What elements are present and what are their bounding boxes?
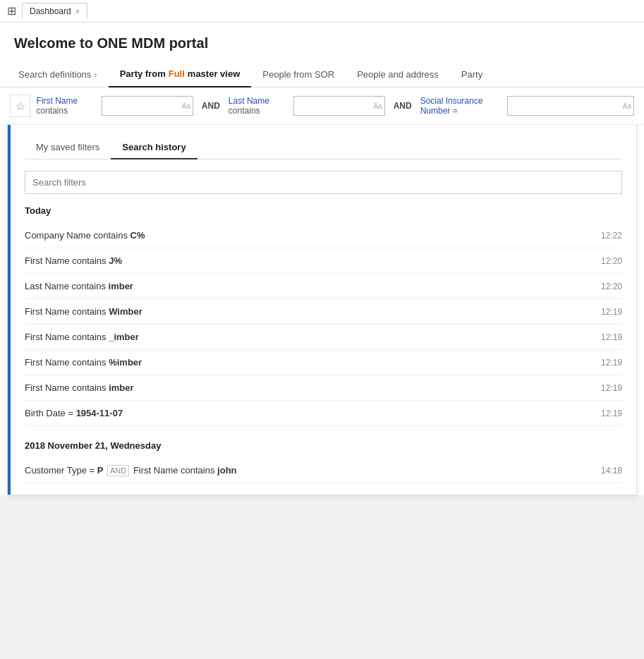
tab-close-icon[interactable]: × <box>75 7 80 16</box>
history-item-text-5: First Name contains %imber <box>25 357 142 368</box>
history-item[interactable]: Company Name contains C% 12:22 <box>25 223 622 248</box>
history-item-text-3: First Name contains Wimber <box>25 306 142 317</box>
sin-input-wrap: Aa <box>507 96 634 116</box>
history-item-text-1: First Name contains J% <box>25 255 122 266</box>
last-name-group: Last Name contains Aa <box>229 96 385 116</box>
panel-accent <box>8 125 11 495</box>
history-item-text-7: Birth Date = 1954-11-07 <box>25 408 123 418</box>
last-name-label: Last Name contains <box>229 96 289 116</box>
tab-part1: Party from <box>120 68 166 79</box>
history-item[interactable]: First Name contains %imber 12:19 <box>25 350 622 375</box>
history-item-time-6: 12:19 <box>601 383 622 393</box>
history-item-text-0: Company Name contains C% <box>25 230 145 241</box>
history-item-bold-3: Wimber <box>109 306 142 317</box>
history-item[interactable]: First Name contains _imber 12:19 <box>25 325 622 350</box>
history-item-2-time: 14:18 <box>601 466 622 476</box>
history-item-text-6: First Name contains imber <box>25 382 134 393</box>
history-item-time-3: 12:19 <box>601 307 622 317</box>
first-name-op: contains <box>36 106 68 116</box>
my-saved-filters-tab[interactable]: My saved filters <box>25 136 111 159</box>
tab-highlight: Full <box>169 68 185 79</box>
party-tab[interactable]: Party <box>450 62 494 87</box>
star-button[interactable]: ☆ <box>10 95 30 117</box>
history-item-text-4: First Name contains _imber <box>25 332 139 342</box>
today-section-label: Today <box>25 205 622 216</box>
history-item-bold-4: _imber <box>109 332 139 342</box>
first-name-field-name: First Name <box>36 96 78 106</box>
grid-icon: ⊞ <box>7 4 16 18</box>
search-definitions-tab[interactable]: Search definitions › <box>7 62 109 87</box>
first-name-input-wrap: Aa <box>102 96 193 116</box>
search-history-label: Search history <box>122 142 186 152</box>
party-label: Party <box>461 69 482 80</box>
sin-field-name: Social Insurance Number <box>420 96 483 116</box>
nav-arrow-icon: › <box>94 69 97 80</box>
dropdown-panel: My saved filters Search history Today Co… <box>7 125 637 495</box>
panel-inner: My saved filters Search history Today Co… <box>8 125 636 495</box>
history-item[interactable]: First Name contains J% 12:20 <box>25 248 622 274</box>
history-item-bold-6: imber <box>109 382 133 393</box>
star-icon: ☆ <box>16 99 25 113</box>
history-item-time-5: 12:19 <box>601 358 622 368</box>
nav-tabs: Search definitions › Party from Full mas… <box>0 61 644 87</box>
history-item-bold-7: 1954-11-07 <box>76 408 123 418</box>
last-name-input[interactable] <box>293 96 385 116</box>
sin-group: Social Insurance Number = Aa <box>420 96 634 116</box>
sin-op: = <box>453 106 458 116</box>
history-item-time-2: 12:20 <box>601 282 622 291</box>
filter-search-input[interactable] <box>25 171 622 194</box>
first-name-label: First Name contains <box>36 96 97 116</box>
last-name-op: contains <box>229 106 260 116</box>
welcome-title: Welcome to ONE MDM portal <box>14 35 208 51</box>
main-content: Welcome to ONE MDM portal Search definit… <box>0 23 644 495</box>
people-address-label: People and address <box>357 69 439 80</box>
welcome-header: Welcome to ONE MDM portal <box>0 23 644 61</box>
first-name-group: First Name contains Aa <box>36 96 193 116</box>
last-name-input-wrap: Aa <box>293 96 385 116</box>
search-bar: ☆ First Name contains Aa AND Last Name c… <box>0 87 644 125</box>
search-definitions-label: Search definitions <box>18 69 91 80</box>
history-item-time-7: 12:19 <box>601 409 622 418</box>
title-bar: ⊞ Dashboard × <box>0 0 644 23</box>
and-label-2: AND <box>391 101 415 111</box>
history-item-bold-0: C% <box>130 230 145 241</box>
history-item[interactable]: Birth Date = 1954-11-07 12:19 <box>25 401 622 426</box>
people-from-sor-tab[interactable]: People from SOR <box>251 62 346 87</box>
history-item-2-val1: P <box>97 465 104 476</box>
history-item-bold-5: %imber <box>109 357 142 368</box>
history-item-2-text: Customer Type = P AND First Name contain… <box>25 465 237 476</box>
history-item-2-val2: john <box>217 465 236 476</box>
history-item-text-2: Last Name contains imber <box>25 281 133 291</box>
history-item[interactable]: Last Name contains imber 12:20 <box>25 274 622 299</box>
dashboard-tab[interactable]: Dashboard × <box>22 3 87 19</box>
tab-part2: master view <box>188 68 240 79</box>
search-history-tab[interactable]: Search history <box>111 136 197 159</box>
party-full-master-tab[interactable]: Party from Full master view <box>109 61 252 87</box>
history-item-time-0: 12:22 <box>601 231 622 241</box>
history-item[interactable]: First Name contains imber 12:19 <box>25 375 622 401</box>
people-and-address-tab[interactable]: People and address <box>346 62 450 87</box>
first-name-input[interactable] <box>102 96 193 116</box>
history-list-today: Company Name contains C% 12:22 First Nam… <box>25 223 622 426</box>
and-inline-icon: AND <box>107 465 129 476</box>
and-label-1: AND <box>199 101 223 111</box>
history-item[interactable]: Customer Type = P AND First Name contain… <box>25 458 622 483</box>
saved-filters-label: My saved filters <box>36 142 99 152</box>
section2-label: 2018 November 21, Wednesday <box>25 440 622 451</box>
sin-label: Social Insurance Number = <box>420 96 503 116</box>
tab-label: Dashboard <box>30 6 71 16</box>
history-item-bold-2: imber <box>109 281 133 291</box>
history-item-time-4: 12:19 <box>601 332 622 342</box>
history-item-time-1: 12:20 <box>601 256 622 266</box>
panel-tabs: My saved filters Search history <box>25 136 622 159</box>
people-sor-label: People from SOR <box>262 69 334 80</box>
history-item-bold-1: J% <box>109 255 122 266</box>
history-item[interactable]: First Name contains Wimber 12:19 <box>25 299 622 325</box>
sin-input[interactable] <box>507 96 634 116</box>
last-name-field-name: Last Name <box>229 96 269 106</box>
